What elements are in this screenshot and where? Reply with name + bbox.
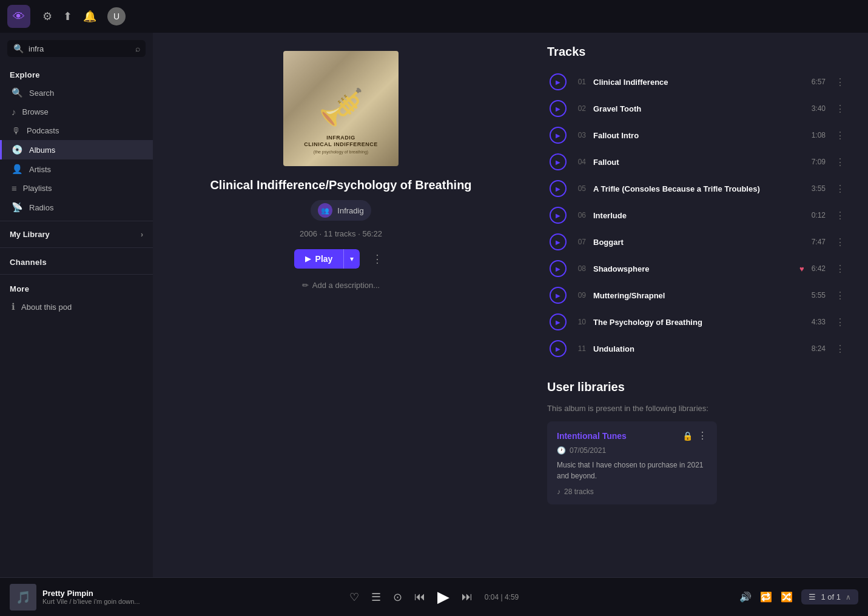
play-button[interactable]: ▶ Play xyxy=(294,249,344,269)
track-play-button[interactable]: ▶ xyxy=(550,127,567,144)
content-area: 🎺 INFRADIG CLINICAL INDIFFERENCE (the ps… xyxy=(153,33,868,577)
info-icon: ℹ xyxy=(12,301,15,312)
album-cover-title: INFRADIG xyxy=(326,135,355,142)
avatar[interactable]: U xyxy=(107,7,126,25)
track-number: 02 xyxy=(574,104,586,113)
track-more-button[interactable]: ⋮ xyxy=(833,263,847,275)
track-name: Fallout xyxy=(593,158,804,167)
track-play-button[interactable]: ▶ xyxy=(550,233,567,250)
track-more-button[interactable]: ⋮ xyxy=(833,316,847,328)
track-play-button[interactable]: ▶ xyxy=(550,207,567,224)
album-art-icon: 🎺 xyxy=(318,85,364,129)
track-row: ▶ 09 Muttering/Shrapnel 5:55 ⋮ xyxy=(547,282,850,309)
track-duration: 4:33 xyxy=(812,318,826,326)
track-play-button[interactable]: ▶ xyxy=(550,287,567,304)
repeat-button[interactable]: 🔁 xyxy=(760,591,772,603)
sidebar-item-label: Radios xyxy=(29,203,53,212)
track-play-button[interactable]: ▶ xyxy=(550,73,567,90)
add-description[interactable]: ✏ Add a description... xyxy=(302,281,380,290)
track-duration: 0:12 xyxy=(812,211,826,219)
music-note-icon: ♪ xyxy=(557,487,560,496)
track-duration: 1:08 xyxy=(812,131,826,139)
sidebar-item-podcasts[interactable]: 🎙 Podcasts xyxy=(0,121,153,140)
cast-button[interactable]: ⊙ xyxy=(393,591,402,604)
lib-card-name[interactable]: Intentional Tunes xyxy=(557,431,627,441)
track-play-button[interactable]: ▶ xyxy=(550,153,567,170)
notifications-icon[interactable]: 🔔 xyxy=(83,10,96,23)
love-button[interactable]: ♡ xyxy=(349,591,359,604)
time-total: 4:59 xyxy=(505,593,519,601)
radios-icon: 📡 xyxy=(12,202,23,213)
settings-icon[interactable]: ⚙ xyxy=(42,10,52,23)
track-play-button[interactable]: ▶ xyxy=(550,100,567,117)
sidebar-item-about[interactable]: ℹ About this pod xyxy=(0,297,153,316)
sidebar-item-browse[interactable]: ♪ Browse xyxy=(0,102,153,121)
user-libraries-section: User libraries This album is present in … xyxy=(547,380,850,504)
lib-card-header: Intentional Tunes 🔒 ⋮ xyxy=(557,430,707,441)
upload-icon[interactable]: ⬆ xyxy=(63,10,72,23)
track-more-button[interactable]: ⋮ xyxy=(833,236,847,248)
sidebar-item-label: Podcasts xyxy=(27,126,59,135)
volume-button[interactable]: 🔊 xyxy=(739,591,752,603)
sidebar-item-radios[interactable]: 📡 Radios xyxy=(0,198,153,217)
queue-chevron-icon[interactable]: ∧ xyxy=(846,593,851,601)
album-panel: 🎺 INFRADIG CLINICAL INDIFFERENCE (the ps… xyxy=(153,33,529,577)
track-name: Boggart xyxy=(593,238,804,247)
track-name: Undulation xyxy=(593,344,804,353)
artist-badge[interactable]: 👥 Infradig xyxy=(311,200,371,221)
album-cover-sub: (the psychology of breathing) xyxy=(314,150,368,154)
now-playing-title: Pretty Pimpin xyxy=(42,589,167,598)
track-more-button[interactable]: ⋮ xyxy=(833,183,847,195)
artist-avatar: 👥 xyxy=(318,203,332,218)
queue-list-icon: ☰ xyxy=(809,592,816,601)
top-bar: 👁 ⚙ ⬆ 🔔 U xyxy=(0,0,868,33)
track-name: The Psychology of Breathing xyxy=(593,318,804,327)
track-more-button[interactable]: ⋮ xyxy=(833,156,847,168)
bottom-bar: 🎵 Pretty Pimpin Kurt Vile / b'lieve i'm … xyxy=(0,577,868,616)
track-more-button[interactable]: ⋮ xyxy=(833,210,847,221)
user-libraries-title: User libraries xyxy=(547,380,850,394)
track-name: Interlude xyxy=(593,211,804,220)
track-play-button[interactable]: ▶ xyxy=(550,260,567,277)
track-duration: 7:09 xyxy=(812,158,826,166)
track-more-button[interactable]: ⋮ xyxy=(833,343,847,355)
search-input[interactable] xyxy=(29,44,130,53)
track-number: 11 xyxy=(574,344,586,353)
next-button[interactable]: ⏭ xyxy=(462,591,473,603)
more-options-button[interactable]: ⋮ xyxy=(367,250,388,268)
track-more-button[interactable]: ⋮ xyxy=(833,76,847,88)
track-row: ▶ 08 Shadowsphere ♥ 6:42 ⋮ xyxy=(547,255,850,282)
track-play-button[interactable]: ▶ xyxy=(550,180,567,197)
track-name: A Trifle (Consoles Because a Trifle Trou… xyxy=(593,184,804,193)
podcasts-icon: 🎙 xyxy=(12,126,21,136)
album-meta: 2006 · 11 tracks · 56:22 xyxy=(300,229,382,238)
sidebar-item-albums[interactable]: 💿 Albums xyxy=(0,140,153,159)
app-logo: 👁 xyxy=(7,5,30,28)
track-row: ▶ 10 The Psychology of Breathing 4:33 ⋮ xyxy=(547,309,850,335)
track-more-button[interactable]: ⋮ xyxy=(833,130,847,141)
track-more-button[interactable]: ⋮ xyxy=(833,103,847,115)
sidebar-item-label: Artists xyxy=(29,165,51,174)
track-play-button[interactable]: ▶ xyxy=(550,340,567,357)
lib-more-icon[interactable]: ⋮ xyxy=(698,430,707,441)
track-name: Gravel Tooth xyxy=(593,104,804,113)
track-more-button[interactable]: ⋮ xyxy=(833,290,847,301)
play-pause-button[interactable]: ▶ xyxy=(437,588,449,606)
library-card: Intentional Tunes 🔒 ⋮ 🕐 07/05/2021 Music… xyxy=(547,421,717,504)
play-dropdown-button[interactable]: ▾ xyxy=(343,249,360,269)
track-duration: 3:55 xyxy=(812,184,826,193)
my-library-section[interactable]: My Library › xyxy=(0,225,153,244)
shuffle-button[interactable]: 🔀 xyxy=(781,591,793,603)
sidebar-item-artists[interactable]: 👤 Artists xyxy=(0,159,153,179)
previous-button[interactable]: ⏮ xyxy=(414,591,425,603)
sidebar-item-search[interactable]: 🔍 Search xyxy=(0,83,153,102)
tracks-panel: Tracks ▶ 01 Clinical Indifference 6:57 ⋮… xyxy=(529,33,868,577)
track-play-button[interactable]: ▶ xyxy=(550,313,567,330)
sidebar-item-playlists[interactable]: ≡ Playlists xyxy=(0,179,153,198)
pencil-icon: ✏ xyxy=(302,281,309,290)
now-playing-info: Pretty Pimpin Kurt Vile / b'lieve i'm go… xyxy=(42,589,167,605)
track-number: 08 xyxy=(574,264,586,273)
album-cover-mid: CLINICAL INDIFFERENCE xyxy=(304,141,377,149)
track-duration: 8:24 xyxy=(812,344,826,353)
queue-button[interactable]: ☰ xyxy=(371,591,381,604)
